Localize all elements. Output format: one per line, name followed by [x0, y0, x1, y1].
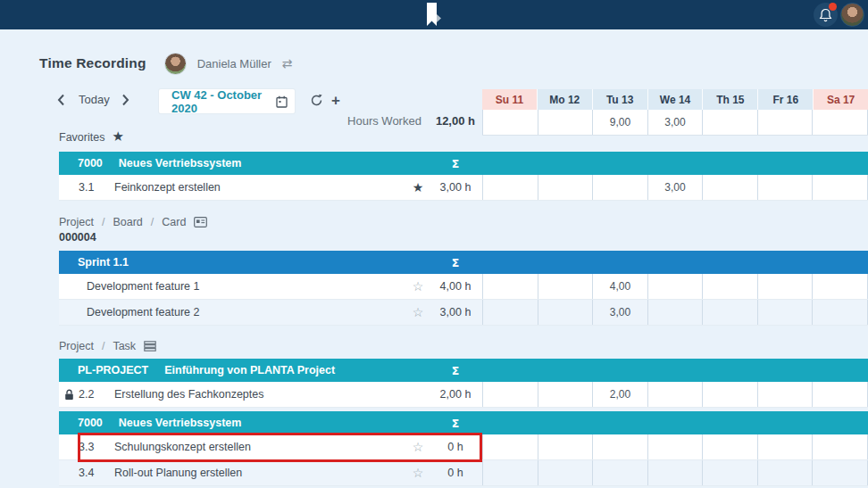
- day-total-cell: 3,00: [647, 110, 703, 135]
- chevron-right-icon[interactable]: [121, 94, 129, 106]
- task-row-left: 3.3Schulungskonzept erstellen☆0 h: [59, 434, 482, 459]
- breadcrumb-item-board[interactable]: Board: [113, 216, 142, 228]
- breadcrumb-item-project[interactable]: Project: [59, 340, 94, 352]
- section-table: PL-PROJECTEinführung von PLANTA ProjectΣ…: [59, 359, 868, 408]
- task-row-left: 3.1Feinkonzept erstellen★3,00 h: [59, 175, 482, 200]
- time-entry-cell[interactable]: [482, 460, 538, 485]
- time-entry-cell[interactable]: [812, 274, 868, 299]
- sum-sigma-label: Σ: [429, 256, 482, 269]
- time-entry-cell[interactable]: [538, 434, 593, 459]
- time-entry-cell[interactable]: [702, 175, 757, 200]
- page-header: Time Recording Daniela Müller ⇄: [39, 51, 292, 76]
- time-entry-cell[interactable]: [757, 175, 813, 200]
- day-header-row: Su 11Mo 12Tu 13We 14Th 15Fr 16Sa 17: [482, 89, 868, 110]
- breadcrumb-item-project[interactable]: Project: [59, 216, 94, 228]
- breadcrumb-separator: /: [102, 340, 104, 352]
- add-entry-button[interactable]: +: [331, 92, 340, 110]
- time-entry-cell[interactable]: [757, 274, 813, 299]
- refresh-icon[interactable]: [310, 94, 323, 107]
- favorites-label: Favorites: [59, 131, 104, 144]
- chevron-left-icon[interactable]: [57, 94, 65, 106]
- time-entry-cell[interactable]: [757, 460, 813, 485]
- task-row-left: Development feature 2☆3,00 h: [59, 300, 482, 325]
- day-header-mo: Mo 12: [537, 89, 592, 110]
- breadcrumb-board-card: Project/Board/Card: [59, 214, 207, 230]
- time-entry-cell[interactable]: [702, 382, 757, 407]
- time-entry-cell[interactable]: 4,00: [592, 274, 647, 299]
- topbar-avatar[interactable]: [840, 3, 864, 27]
- breadcrumb-item-card[interactable]: Card: [162, 216, 186, 228]
- notification-dot: [829, 3, 837, 11]
- task-name: Development feature 1: [59, 280, 407, 293]
- day-total-cell: [702, 110, 757, 135]
- user-avatar[interactable]: [164, 53, 187, 75]
- time-entry-cell[interactable]: [538, 274, 593, 299]
- breadcrumb-item-task[interactable]: Task: [113, 340, 136, 352]
- time-entry-cell[interactable]: [538, 382, 593, 407]
- time-entry-cell[interactable]: [538, 175, 593, 200]
- time-entry-cell[interactable]: [812, 382, 868, 407]
- task-row: 2.2Erstellung des Fachkonzeptes2,00 h2,0…: [59, 382, 868, 408]
- group-header-title: Neues Vertriebssystem: [119, 417, 242, 429]
- time-entry-cell[interactable]: [482, 274, 538, 299]
- section-table: 7000Neues VertriebssystemΣ3.3Schulungsko…: [59, 411, 868, 486]
- week-selector[interactable]: CW 42 - October 2020: [159, 89, 295, 113]
- time-entry-cell[interactable]: [592, 434, 647, 459]
- favorite-star-outline-icon[interactable]: ☆: [407, 467, 429, 479]
- time-entry-cell[interactable]: [538, 300, 593, 325]
- time-entry-cell[interactable]: [702, 434, 757, 459]
- time-entry-cell[interactable]: [482, 300, 538, 325]
- time-entry-cell[interactable]: [812, 460, 868, 485]
- task-row: 3.4Roll-out Planung erstellen☆0 h: [59, 460, 868, 486]
- favorites-star-icon[interactable]: ★: [112, 130, 123, 144]
- notifications-button[interactable]: [814, 3, 838, 27]
- day-total-cell: 9,00: [592, 110, 647, 135]
- time-entry-cell[interactable]: 3,00: [592, 300, 647, 325]
- time-entry-cell[interactable]: [812, 300, 868, 325]
- task-row-left: 2.2Erstellung des Fachkonzeptes2,00 h: [59, 382, 482, 407]
- time-entry-cell[interactable]: [592, 175, 647, 200]
- task-total-hours: 2,00 h: [429, 388, 482, 401]
- time-entry-cell[interactable]: [702, 300, 757, 325]
- time-entry-cell[interactable]: [482, 175, 538, 200]
- time-entry-cell[interactable]: [482, 382, 538, 407]
- time-entry-cell[interactable]: [812, 175, 868, 200]
- time-entry-cell[interactable]: 3,00: [647, 175, 703, 200]
- time-entry-cell[interactable]: [592, 460, 647, 485]
- time-entry-cell[interactable]: [757, 434, 813, 459]
- time-entry-cell[interactable]: [757, 382, 813, 407]
- sum-sigma-label: Σ: [429, 157, 482, 170]
- today-button[interactable]: Today: [79, 93, 110, 106]
- time-entry-cell[interactable]: [647, 274, 703, 299]
- time-entry-cell[interactable]: [647, 382, 703, 407]
- favorite-star-outline-icon[interactable]: ☆: [407, 280, 429, 293]
- task-code: 2.2: [79, 388, 114, 401]
- time-entry-cell[interactable]: [482, 434, 538, 459]
- group-header-title: Neues Vertriebssystem: [119, 157, 242, 170]
- time-entry-cell[interactable]: [757, 300, 813, 325]
- time-entry-cell[interactable]: [647, 434, 703, 459]
- time-entry-cell[interactable]: [647, 460, 703, 485]
- switch-user-icon[interactable]: ⇄: [282, 56, 293, 70]
- planta-logo-icon: [426, 3, 441, 27]
- user-name: Daniela Müller: [197, 57, 271, 70]
- task-code: 3.3: [79, 441, 114, 453]
- favorite-star-filled-icon[interactable]: ★: [407, 181, 429, 194]
- breadcrumb-separator: /: [151, 216, 154, 228]
- time-entry-cell[interactable]: [702, 460, 757, 485]
- favorite-star-outline-icon[interactable]: ☆: [407, 306, 429, 318]
- group-header: 7000Neues VertriebssystemΣ: [59, 152, 868, 175]
- task-row: Development feature 1☆4,00 h4,00: [59, 274, 868, 300]
- time-entry-cell[interactable]: [702, 274, 757, 299]
- page-title: Time Recording: [39, 55, 146, 71]
- favorite-star-outline-icon[interactable]: ☆: [407, 441, 429, 453]
- day-strip: Su 11Mo 12Tu 13We 14Th 15Fr 16Sa 17 9,00…: [482, 89, 868, 136]
- time-entry-cell[interactable]: 2,00: [592, 382, 647, 407]
- time-entry-cell[interactable]: [538, 460, 593, 485]
- time-entry-cell[interactable]: [812, 434, 868, 459]
- group-header: 7000Neues VertriebssystemΣ: [59, 411, 868, 434]
- time-entry-cell[interactable]: [647, 300, 703, 325]
- task-day-cells: 2,00: [482, 382, 868, 407]
- task-name: Roll-out Planung erstellen: [114, 467, 407, 479]
- group-header-title: Sprint 1.1: [78, 256, 129, 269]
